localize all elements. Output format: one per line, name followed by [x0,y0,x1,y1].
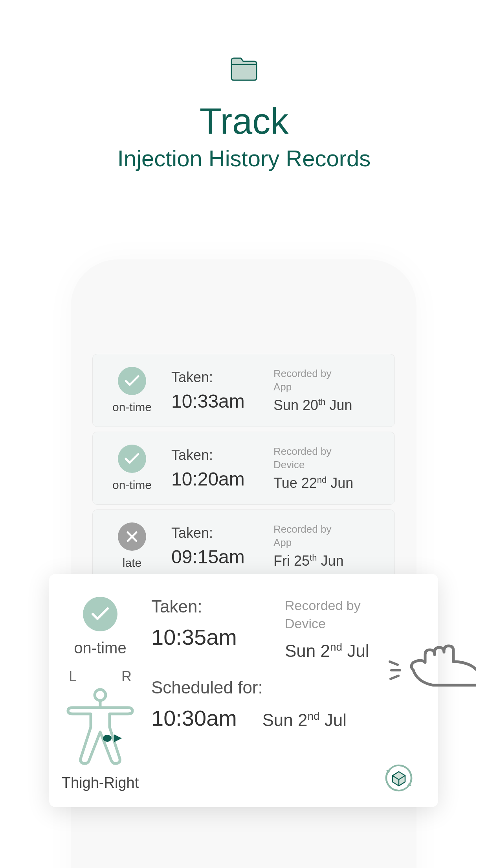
status-column: on-time [93,445,171,492]
check-icon [118,445,146,473]
svg-point-2 [103,735,112,742]
record-date: Sun 20th Jun [273,397,383,414]
x-icon [118,522,146,551]
recorded-by-label: Recorded byApp [273,367,383,394]
record-card[interactable]: late Taken: 09:15am Recorded byApp Fri 2… [92,509,395,583]
status-label: on-time [93,401,171,414]
taken-time: 10:35am [151,624,285,650]
taken-column: Taken: 09:15am [171,525,273,568]
page-subtitle: Injection History Records [0,145,488,171]
tap-gesture-icon [386,643,476,691]
injection-site-label: Thigh-Right [49,774,151,791]
taken-column: Taken: 10:33am [171,369,273,412]
scheduled-column: Scheduled for: 10:30am Sun 2nd Jul [151,668,347,731]
header: Track Injection History Records [0,0,488,171]
status-label: on-time [93,478,171,492]
taken-column: Taken: 10:20am [171,447,273,490]
recorded-column: Recorded byApp Fri 25th Jun [273,523,383,569]
recorded-by-label: Recorded byApp [273,523,383,550]
recorded-by-label: Recorded byDevice [285,597,422,633]
scheduled-label: Scheduled for: [151,678,347,697]
right-label: R [121,668,132,685]
svg-line-5 [391,676,398,679]
taken-label: Taken: [171,447,273,463]
status-label: on-time [49,639,151,657]
taken-label: Taken: [151,597,285,616]
scheduled-time: 10:30am [151,705,237,731]
taken-label: Taken: [171,525,273,541]
status-column: late [93,522,171,570]
svg-point-1 [95,690,106,701]
status-column: on-time [49,593,151,657]
check-icon [118,367,146,395]
record-date: Fri 25th Jun [273,553,383,569]
sync-icon[interactable] [383,762,415,795]
check-icon [83,597,117,631]
svg-line-3 [390,662,398,665]
page-title: Track [0,101,488,142]
taken-label: Taken: [171,369,273,386]
record-date: Tue 22nd Jun [273,475,383,491]
recorded-column: Recorded byApp Sun 20th Jun [273,367,383,414]
status-label: late [93,556,171,570]
record-card[interactable]: on-time Taken: 10:33am Recorded byApp Su… [92,354,395,427]
left-label: L [69,668,77,685]
scheduled-date: Sun 2nd Jul [262,710,347,730]
recorded-column: Recorded byDevice Tue 22nd Jun [273,445,383,491]
taken-column: Taken: 10:35am [151,593,285,650]
recorded-by-label: Recorded byDevice [273,445,383,472]
expanded-record-card[interactable]: on-time Taken: 10:35am Recorded byDevice… [49,574,438,807]
status-column: on-time [93,367,171,414]
taken-time: 10:20am [171,468,273,490]
injection-site-column: L R Thigh-Right [49,668,151,791]
body-figure-icon [49,688,151,768]
record-card[interactable]: on-time Taken: 10:20am Recorded byDevice… [92,432,395,505]
folder-icon [229,55,259,85]
lr-labels: L R [69,668,132,685]
taken-time: 10:33am [171,390,273,412]
taken-time: 09:15am [171,546,273,568]
